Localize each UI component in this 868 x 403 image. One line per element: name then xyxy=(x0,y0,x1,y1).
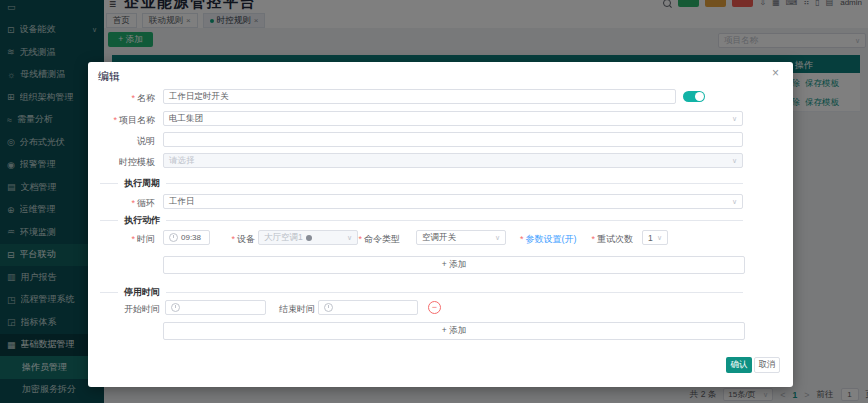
section-exec-action: 执行动作 xyxy=(100,214,743,227)
project-label: *项目名称 xyxy=(102,114,155,127)
clock-icon xyxy=(169,233,178,242)
end-time-label: 结束时间 xyxy=(268,303,315,316)
time-value: 09:38 xyxy=(181,233,201,242)
device-tag-icon xyxy=(306,235,312,241)
retry-value: 1 xyxy=(648,233,653,243)
required-asterisk: * xyxy=(131,93,135,103)
required-asterisk: * xyxy=(231,234,235,244)
template-select[interactable]: 请选择 ∨ xyxy=(163,153,743,168)
template-label: 时控模板 xyxy=(102,156,155,169)
required-asterisk: * xyxy=(520,234,524,244)
command-type-label: *命令类型 xyxy=(340,233,400,246)
chevron-down-icon: ∨ xyxy=(495,234,500,242)
confirm-button[interactable]: 确认 xyxy=(726,357,752,373)
start-time-label: 开始时间 xyxy=(113,303,160,316)
close-icon[interactable]: × xyxy=(772,66,779,80)
device-value: 大厅空调1 xyxy=(264,232,303,244)
remove-row-icon[interactable]: − xyxy=(428,301,441,314)
chevron-down-icon: ∨ xyxy=(732,115,737,123)
description-label: 说明 xyxy=(102,135,155,148)
chevron-down-icon: ∨ xyxy=(732,198,737,206)
command-type-value: 空调开关 xyxy=(422,232,456,244)
cycle-value: 工作日 xyxy=(169,196,195,208)
enabled-toggle[interactable] xyxy=(683,91,705,102)
add-action-button[interactable]: + 添加 xyxy=(163,256,745,274)
required-asterisk: * xyxy=(358,234,362,244)
name-input[interactable]: 工作日定时开关 xyxy=(163,89,676,104)
name-label: *名称 xyxy=(102,92,155,105)
time-input[interactable]: 09:38 xyxy=(163,230,210,245)
end-time-input[interactable] xyxy=(318,300,418,315)
required-asterisk: * xyxy=(113,115,117,125)
command-type-select[interactable]: 空调开关 ∨ xyxy=(416,230,506,245)
required-asterisk: * xyxy=(591,234,595,244)
clock-icon xyxy=(324,303,333,312)
name-value: 工作日定时开关 xyxy=(169,91,229,103)
app-window: ▭⊡设备能效∨≋无线测温☼母线槽测温⊞组织架构管理≈需量分析◎分布式光伏◉报警管… xyxy=(0,0,868,403)
section-disable-time: 停用时间 xyxy=(100,286,743,299)
project-select[interactable]: 电工集团 ∨ xyxy=(163,111,743,126)
edit-modal: 编辑 × *名称 工作日定时开关 *项目名称 电工集团 ∨ 说明 时控模板 xyxy=(88,62,793,387)
retry-select[interactable]: 1 ∨ xyxy=(642,230,668,245)
template-placeholder: 请选择 xyxy=(169,155,195,167)
chevron-down-icon: ∨ xyxy=(732,157,737,165)
required-asterisk: * xyxy=(131,198,135,208)
section-exec-cycle: 执行周期 xyxy=(100,177,743,190)
required-asterisk: * xyxy=(131,234,135,244)
cycle-select[interactable]: 工作日 ∨ xyxy=(163,194,743,209)
device-label: *设备 xyxy=(208,233,255,246)
cancel-button[interactable]: 取消 xyxy=(754,357,780,373)
retry-label: *重试次数 xyxy=(580,233,633,246)
start-time-input[interactable] xyxy=(165,300,266,315)
params-setting-link[interactable]: 参数设置(开) xyxy=(526,234,577,244)
project-value: 电工集团 xyxy=(169,113,203,125)
description-input[interactable] xyxy=(163,132,743,147)
clock-icon xyxy=(171,303,180,312)
time-label: *时间 xyxy=(118,233,155,246)
cycle-label: *循环 xyxy=(102,197,155,210)
modal-title: 编辑 xyxy=(98,69,120,84)
add-disable-time-button[interactable]: + 添加 xyxy=(163,322,745,340)
chevron-down-icon: ∨ xyxy=(657,234,662,242)
